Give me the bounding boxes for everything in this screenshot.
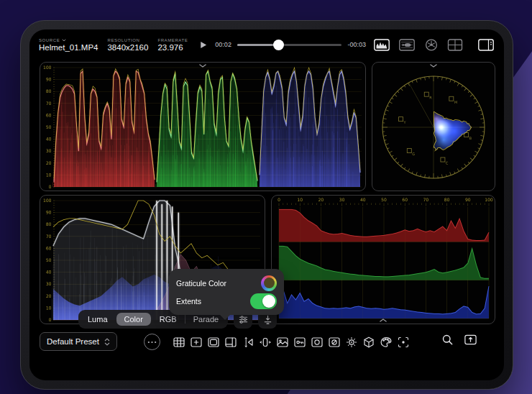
toolbar-image-overlay-button[interactable]	[274, 334, 290, 351]
framerate-readout: FRAMERATE 23.976	[157, 38, 188, 52]
resolution-readout: RESOLUTION 3840x2160	[107, 38, 148, 52]
toolbar-focus-dot-button[interactable]	[395, 334, 411, 351]
clip-metadata: SOURCE Helmet_01.MP4 RESOLUTION 3840x216…	[39, 38, 188, 52]
slider-fill	[237, 44, 278, 46]
preset-dropdown[interactable]: Default Preset	[40, 332, 117, 351]
search-icon	[441, 333, 454, 347]
toggle-knob	[262, 295, 275, 308]
tablet-device: SOURCE Helmet_01.MP4 RESOLUTION 3840x216…	[20, 20, 513, 390]
resolution-label: RESOLUTION	[107, 38, 139, 42]
rgb-parade-canvas	[40, 63, 365, 191]
rgb-histogram-canvas	[272, 196, 495, 324]
palette-icon	[379, 335, 393, 349]
framerate-label: FRAMERATE	[157, 38, 188, 42]
flip-horizontal-icon	[241, 335, 255, 349]
toolbar-split-frame-button[interactable]	[222, 334, 239, 351]
resize-width-icon	[258, 335, 272, 349]
toolbar-grid-layout-button[interactable]	[170, 334, 187, 351]
fit-height-icon	[262, 314, 273, 325]
preset-label: Default Preset	[47, 337, 99, 346]
split-frame-icon	[224, 335, 238, 349]
source-filename: Helmet_01.MP4	[39, 43, 98, 52]
chevron-up-down-icon	[104, 337, 110, 347]
framerate-value: 23.976	[157, 43, 188, 52]
bottom-toolbar: Default Preset	[29, 331, 504, 353]
toolbar-flip-horizontal-button[interactable]	[239, 334, 256, 351]
vectorscope-view-icon[interactable]	[423, 38, 439, 52]
play-button[interactable]	[196, 38, 209, 51]
slider-thumb[interactable]	[273, 40, 284, 50]
graticule-color-label: Graticule Color	[176, 279, 226, 288]
tab-color[interactable]: Color	[116, 313, 151, 326]
right-tools	[441, 333, 478, 347]
lut-cube-icon	[362, 335, 376, 349]
image-overlay-icon	[275, 335, 290, 349]
add-frame-icon	[189, 335, 203, 349]
tab-luma[interactable]: Luma	[80, 313, 116, 326]
play-icon	[198, 40, 208, 50]
sidebar-toggle-icon[interactable]	[477, 38, 495, 52]
chevron-down-icon	[62, 39, 66, 42]
sliders-icon	[238, 314, 249, 325]
exposure-icon	[344, 335, 359, 349]
source-label: SOURCE	[39, 38, 60, 42]
toolbar-resize-width-button[interactable]	[257, 334, 273, 351]
share-up-icon	[463, 333, 478, 347]
toolbar-lens-button[interactable]	[308, 334, 325, 351]
false-color-key-icon	[293, 335, 307, 349]
extents-label: Extents	[176, 297, 201, 306]
expand-chevron-icon[interactable]	[380, 319, 387, 322]
share-button[interactable]	[463, 333, 478, 347]
timeline-slider[interactable]	[237, 37, 342, 52]
display-frame-icon	[206, 335, 221, 349]
background: SOURCE Helmet_01.MP4 RESOLUTION 3840x216…	[0, 0, 532, 394]
rgb-histogram-panel[interactable]	[271, 195, 495, 324]
toolbar-false-color-key-button[interactable]	[291, 334, 308, 351]
waveform-view-icon[interactable]	[398, 38, 416, 52]
popup-tail	[219, 314, 231, 320]
time-remaining: -00:03	[347, 41, 366, 48]
extents-toggle[interactable]	[250, 293, 277, 309]
disable-overlay-icon	[327, 335, 341, 349]
collapse-chevron-icon[interactable]	[199, 64, 206, 68]
source-selector[interactable]: SOURCE Helmet_01.MP4	[39, 38, 98, 52]
focus-dot-icon	[396, 335, 411, 349]
view-switcher	[373, 38, 495, 52]
top-bar: SOURCE Helmet_01.MP4 RESOLUTION 3840x216…	[29, 29, 504, 60]
rgb-parade-panel[interactable]	[40, 62, 366, 191]
time-elapsed: 00:02	[215, 41, 231, 48]
toolbar-exposure-button[interactable]	[343, 334, 359, 351]
toolbar-disable-overlay-button[interactable]	[326, 334, 342, 351]
vectorscope-panel[interactable]	[372, 62, 495, 191]
graticule-color-well[interactable]	[261, 275, 277, 291]
zoom-tool-button[interactable]	[441, 333, 454, 347]
toolbar-palette-button[interactable]	[377, 334, 394, 351]
ellipsis-icon	[147, 341, 157, 344]
toolbar-add-frame-button[interactable]	[188, 334, 204, 351]
histogram-view-icon[interactable]	[373, 38, 390, 52]
lens-icon	[310, 335, 324, 349]
graticule-color-swatch	[264, 278, 275, 288]
scope-settings-popup: Graticule Color Extents	[169, 269, 284, 315]
resolution-value: 3840x2160	[107, 43, 148, 52]
more-options-button[interactable]	[144, 334, 160, 350]
collapse-chevron-icon[interactable]	[430, 64, 437, 68]
vectorscope-canvas	[372, 63, 495, 191]
tool-icon-row	[170, 334, 411, 351]
app-screen: SOURCE Helmet_01.MP4 RESOLUTION 3840x216…	[29, 29, 504, 380]
grid-layout-icon	[172, 335, 186, 349]
toolbar-display-frame-button[interactable]	[205, 334, 221, 351]
toolbar-lut-cube-button[interactable]	[360, 334, 377, 351]
quad-layout-icon[interactable]	[447, 38, 463, 52]
